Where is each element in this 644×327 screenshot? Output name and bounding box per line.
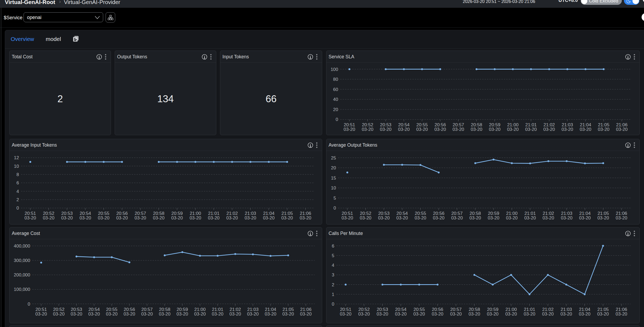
svg-text:03-20: 03-20	[487, 311, 498, 317]
svg-text:2: 2	[17, 197, 19, 202]
svg-text:03-20: 03-20	[194, 311, 206, 317]
svg-text:03-20: 03-20	[79, 215, 91, 220]
svg-text:20: 20	[333, 107, 338, 112]
svg-text:03-20: 03-20	[71, 311, 82, 317]
svg-text:15: 15	[331, 176, 336, 181]
svg-text:0: 0	[28, 302, 30, 307]
svg-text:03-20: 03-20	[106, 311, 117, 317]
svg-text:1: 1	[332, 292, 334, 297]
svg-text:03-20: 03-20	[377, 311, 388, 317]
svg-text:03-20: 03-20	[176, 311, 188, 317]
svg-text:60: 60	[333, 87, 338, 92]
svg-text:03-20: 03-20	[580, 127, 591, 132]
svg-text:03-20: 03-20	[451, 215, 463, 220]
svg-text:03-20: 03-20	[561, 311, 572, 317]
svg-text:03-20: 03-20	[300, 215, 311, 220]
svg-text:03-20: 03-20	[506, 215, 518, 220]
svg-text:03-20: 03-20	[616, 127, 627, 132]
svg-text:03-20: 03-20	[579, 311, 590, 317]
svg-text:03-20: 03-20	[543, 127, 555, 132]
svg-text:03-20: 03-20	[263, 215, 275, 220]
svg-text:03-20: 03-20	[396, 215, 408, 220]
svg-text:03-20: 03-20	[398, 127, 410, 132]
svg-text:03-20: 03-20	[247, 311, 259, 317]
svg-text:03-20: 03-20	[489, 127, 500, 132]
svg-text:03-20: 03-20	[35, 311, 47, 317]
svg-text:03-20: 03-20	[43, 215, 54, 220]
svg-text:03-20: 03-20	[341, 215, 353, 220]
svg-text:0: 0	[332, 302, 334, 307]
svg-text:03-20: 03-20	[61, 215, 73, 220]
svg-text:03-20: 03-20	[190, 215, 201, 220]
svg-text:0: 0	[334, 206, 336, 211]
svg-text:400,000: 400,000	[14, 244, 30, 249]
svg-text:03-20: 03-20	[453, 127, 464, 132]
svg-text:03-20: 03-20	[579, 215, 591, 220]
svg-text:03-20: 03-20	[380, 127, 391, 132]
svg-text:03-20: 03-20	[471, 127, 482, 132]
svg-text:03-20: 03-20	[171, 215, 183, 220]
svg-text:100: 100	[331, 67, 338, 72]
svg-text:0: 0	[336, 117, 338, 122]
svg-text:03-20: 03-20	[432, 311, 443, 317]
svg-text:25: 25	[331, 155, 336, 161]
svg-text:03-20: 03-20	[212, 311, 223, 317]
svg-text:03-20: 03-20	[245, 215, 256, 220]
svg-text:2: 2	[332, 282, 334, 287]
svg-text:5: 5	[332, 253, 334, 258]
svg-text:4: 4	[332, 263, 334, 268]
svg-text:4: 4	[17, 189, 19, 194]
svg-text:03-20: 03-20	[340, 311, 351, 317]
svg-text:03-20: 03-20	[358, 311, 370, 317]
svg-text:20: 20	[331, 165, 336, 170]
svg-text:6: 6	[332, 244, 334, 249]
svg-text:03-20: 03-20	[25, 215, 36, 220]
svg-text:03-20: 03-20	[153, 215, 164, 220]
svg-text:03-20: 03-20	[616, 311, 627, 317]
svg-text:03-20: 03-20	[415, 215, 426, 220]
svg-text:03-20: 03-20	[598, 127, 609, 132]
svg-text:03-20: 03-20	[433, 215, 444, 220]
svg-text:03-20: 03-20	[416, 127, 428, 132]
svg-text:03-20: 03-20	[469, 215, 481, 220]
svg-text:03-20: 03-20	[561, 215, 572, 220]
svg-text:03-20: 03-20	[488, 215, 499, 220]
svg-text:40: 40	[333, 97, 338, 102]
svg-text:03-20: 03-20	[378, 215, 390, 220]
svg-text:03-20: 03-20	[360, 215, 371, 220]
svg-text:03-20: 03-20	[282, 311, 294, 317]
svg-text:03-20: 03-20	[300, 311, 311, 317]
svg-text:8: 8	[17, 172, 19, 177]
svg-text:03-20: 03-20	[53, 311, 64, 317]
svg-text:03-20: 03-20	[141, 311, 153, 317]
svg-text:03-20: 03-20	[413, 311, 425, 317]
svg-text:03-20: 03-20	[344, 127, 355, 132]
svg-text:10: 10	[14, 164, 19, 169]
svg-text:3: 3	[332, 272, 334, 277]
svg-text:03-20: 03-20	[229, 311, 241, 317]
svg-text:03-20: 03-20	[434, 127, 446, 132]
svg-text:300,000: 300,000	[14, 258, 30, 263]
svg-text:12: 12	[14, 155, 19, 160]
svg-text:03-20: 03-20	[124, 311, 135, 317]
svg-text:03-20: 03-20	[469, 311, 480, 317]
svg-text:5: 5	[334, 196, 336, 201]
svg-text:03-20: 03-20	[362, 127, 373, 132]
svg-text:03-20: 03-20	[208, 215, 219, 220]
svg-text:03-20: 03-20	[450, 311, 462, 317]
svg-text:200,000: 200,000	[14, 272, 30, 277]
svg-text:03-20: 03-20	[88, 311, 100, 317]
svg-text:03-20: 03-20	[507, 127, 519, 132]
svg-text:03-20: 03-20	[116, 215, 128, 220]
svg-text:03-20: 03-20	[561, 127, 573, 132]
svg-text:03-20: 03-20	[395, 311, 406, 317]
svg-text:03-20: 03-20	[597, 311, 609, 317]
svg-text:100,000: 100,000	[14, 287, 30, 292]
svg-text:80: 80	[333, 77, 338, 82]
svg-text:03-20: 03-20	[543, 215, 554, 220]
svg-text:03-20: 03-20	[542, 311, 554, 317]
svg-text:03-20: 03-20	[524, 215, 536, 220]
svg-text:03-20: 03-20	[226, 215, 238, 220]
svg-text:03-20: 03-20	[134, 215, 146, 220]
svg-text:03-20: 03-20	[159, 311, 170, 317]
